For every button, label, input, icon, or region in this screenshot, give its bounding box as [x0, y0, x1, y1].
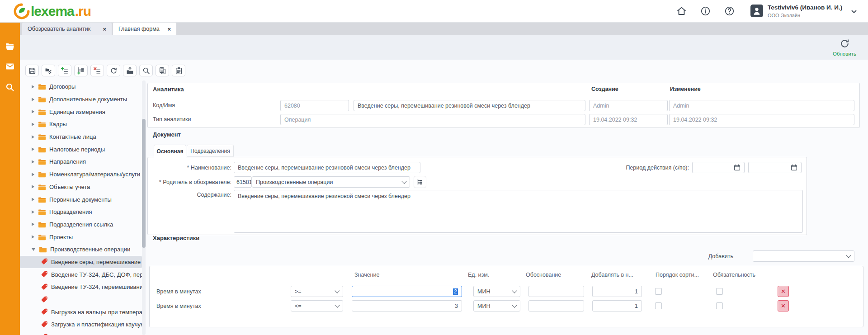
tree-item-nomenklatura[interactable]: Номенклатура/материалы/услуги	[20, 168, 142, 181]
chevron-down-icon[interactable]	[32, 248, 35, 251]
tree-leaf-vvedenie-tu324-peremeshivanie[interactable]: Введение ТУ-324, перемешивание	[20, 281, 142, 293]
analytics-name-field[interactable]: Введение серы, перемешивание резиновой с…	[354, 100, 585, 111]
tree-leaf-vvedenie-tup324-masla[interactable]	[20, 293, 142, 306]
created-by-field[interactable]: Admin	[589, 100, 668, 111]
name-field[interactable]: Введение серы, перемешивание резиновой с…	[234, 162, 420, 173]
rail-folder-icon[interactable]	[5, 42, 15, 52]
sort-checkbox[interactable]	[655, 288, 662, 295]
value-field[interactable]: 2	[352, 286, 462, 297]
browse-tree-button[interactable]	[414, 176, 426, 188]
chevron-right-icon[interactable]	[32, 185, 34, 189]
value-field[interactable]: 3	[352, 300, 462, 311]
tree-item-proekty[interactable]: Проекты	[20, 231, 142, 243]
refresh-data-button[interactable]	[107, 65, 120, 76]
chevron-right-icon[interactable]	[32, 147, 34, 151]
created-at-field[interactable]: 19.04.2022 09:32	[589, 114, 668, 125]
required-checkbox[interactable]	[716, 288, 723, 295]
paste-button[interactable]	[172, 65, 185, 76]
chevron-right-icon[interactable]	[32, 160, 34, 164]
tree-item-podrazdeleniya-ssylka[interactable]: Подразделения ссылка	[20, 218, 142, 231]
home-icon[interactable]	[676, 6, 687, 16]
tree-item-obekty-ucheta[interactable]: Объекты учета	[20, 181, 142, 193]
tree-item-podrazdeleniya[interactable]: Подразделения	[20, 206, 142, 218]
required-checkbox[interactable]	[716, 302, 723, 309]
search-button[interactable]	[139, 65, 153, 76]
period-from-field[interactable]	[692, 162, 745, 173]
add-to-field[interactable]: 1	[592, 300, 642, 311]
tree-item-label: Дополнительные документы	[49, 96, 127, 103]
help-icon[interactable]	[724, 6, 735, 16]
tree-scrollbar[interactable]	[142, 80, 146, 335]
tree-item-napravleniya[interactable]: Направления	[20, 156, 142, 168]
sort-checkbox[interactable]	[655, 302, 662, 309]
delete-item-button[interactable]	[90, 65, 104, 76]
tab-osnovnaya[interactable]: Основная	[154, 145, 186, 157]
modified-at-field[interactable]: 19.04.2022 09:32	[669, 114, 854, 125]
delete-row-button[interactable]: ✕	[778, 300, 789, 311]
refresh-control[interactable]: Обновить	[826, 38, 863, 57]
add-child-item-button[interactable]	[74, 65, 88, 76]
tree-scrollbar-thumb[interactable]	[142, 119, 146, 248]
tree-item-edinicy[interactable]: Единицы измерения	[20, 105, 142, 118]
tree-item-kadry[interactable]: Кадры	[20, 118, 142, 131]
parent-code-field[interactable]: 61581	[234, 176, 252, 188]
tree-leaf-vvedenie-tu324-dbs[interactable]: Введение ТУ-324, ДБС, ДОФ, перем	[20, 268, 142, 281]
calendar-icon[interactable]	[734, 164, 741, 171]
add-item-button[interactable]	[58, 65, 71, 76]
select-items-button[interactable]	[42, 65, 55, 76]
tree-leaf-partial[interactable]	[20, 331, 142, 335]
content-textarea[interactable]: Введение серы, перемешивание резиновой с…	[234, 190, 803, 233]
user-menu-chevron-icon[interactable]	[851, 9, 857, 15]
tab-main-form[interactable]: Главная форма ×	[113, 23, 176, 35]
delete-row-button[interactable]: ✕	[778, 286, 789, 297]
rail-mail-icon[interactable]	[5, 61, 15, 71]
tree-item-pervichnye-dokumenty[interactable]: Первичные документы	[20, 193, 142, 206]
tree-item-proizvodstvennye-operacii[interactable]: Производственные операции	[20, 243, 142, 256]
code-field[interactable]: 62080	[280, 100, 349, 111]
rail-search-icon[interactable]	[5, 82, 15, 92]
app-window: lexema .ru TestIvIvIv6 (Иванов И. И.) ОО…	[0, 0, 868, 335]
lexema-logo[interactable]: lexema .ru	[14, 3, 91, 19]
chevron-right-icon[interactable]	[32, 222, 34, 226]
close-icon[interactable]: ×	[103, 26, 106, 32]
tree-leaf-label: Загрузка и пластификация каучуко	[51, 321, 142, 328]
tree-leaf-vygruzka-na-valcy[interactable]: Выгрузка на вальцы при температ	[20, 306, 142, 318]
chevron-right-icon[interactable]	[32, 235, 34, 239]
calendar-icon[interactable]	[791, 164, 797, 171]
tree-leaf-vvedenie-sery[interactable]: Введение серы, перемешивание резиновой с…	[20, 256, 142, 269]
justification-field[interactable]	[528, 286, 584, 297]
tree-item-dop-dokumenty[interactable]: Дополнительные документы	[20, 93, 142, 106]
add-characteristic-select[interactable]	[753, 250, 854, 262]
chevron-right-icon[interactable]	[32, 85, 34, 89]
tree-item-kontaktnye-lica[interactable]: Контактные лица	[20, 131, 142, 143]
add-to-field[interactable]: 1	[592, 286, 642, 297]
import-button[interactable]	[123, 65, 137, 76]
tree-leaf-zagruzka-i-plastifikaciya[interactable]: Загрузка и пластификация каучуко	[20, 318, 142, 331]
tree-item-dogovory[interactable]: Договоры	[20, 80, 142, 93]
period-to-field[interactable]	[748, 162, 802, 173]
modified-by-field[interactable]: Admin	[669, 100, 854, 111]
tab-analytics-browser[interactable]: Обозреватель аналитик ×	[22, 23, 112, 35]
user-name[interactable]: TestIvIvIv6 (Иванов И. И.)	[768, 4, 842, 11]
parent-select[interactable]: Производственные операции	[252, 176, 410, 188]
justification-field[interactable]	[528, 300, 584, 311]
operator-select[interactable]: <=	[291, 300, 343, 311]
close-icon[interactable]: ×	[167, 26, 171, 32]
copy-button[interactable]	[156, 65, 169, 76]
operator-select[interactable]: >=	[291, 286, 343, 297]
user-avatar[interactable]	[750, 5, 763, 17]
tree-item-nalogovye-periody[interactable]: Налоговые периоды	[20, 143, 142, 156]
tab-podrazdeleniya[interactable]: Подразделения	[187, 145, 234, 157]
save-button[interactable]	[25, 65, 39, 76]
analytics-type-field[interactable]: Операция	[280, 114, 585, 125]
chevron-right-icon[interactable]	[32, 198, 34, 201]
chevron-right-icon[interactable]	[32, 210, 34, 214]
chevron-right-icon[interactable]	[32, 110, 34, 113]
chevron-right-icon[interactable]	[32, 173, 34, 176]
chevron-right-icon[interactable]	[32, 123, 34, 126]
info-icon[interactable]	[700, 6, 711, 16]
chevron-right-icon[interactable]	[32, 98, 34, 101]
unit-select[interactable]: МИН	[473, 300, 520, 311]
chevron-right-icon[interactable]	[32, 135, 34, 139]
unit-select[interactable]: МИН	[473, 286, 520, 297]
